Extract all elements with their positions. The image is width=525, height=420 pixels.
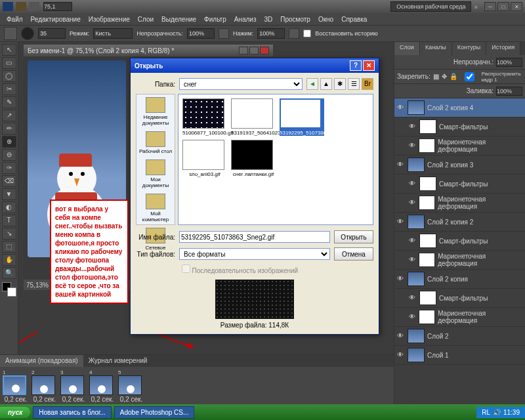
- layer-row[interactable]: 👁Слой 2 копия 2: [394, 213, 525, 232]
- lock-position-icon[interactable]: ✥: [442, 73, 447, 80]
- open-button[interactable]: Открыть: [334, 230, 373, 243]
- layers-list[interactable]: 👁Слой 2 копия 4👁Смарт-фильтры👁Марионеточ…: [394, 98, 525, 404]
- minimize-icon[interactable]: ─: [484, 2, 496, 11]
- anim-frame[interactable]: 20,2 сек.: [32, 369, 58, 403]
- panel-tab[interactable]: История: [486, 42, 520, 55]
- tool-17[interactable]: 🔍: [2, 267, 16, 279]
- spread-checkbox[interactable]: [460, 72, 479, 81]
- view-menu-icon[interactable]: ☰: [348, 78, 360, 90]
- visibility-icon[interactable]: 👁: [397, 351, 405, 359]
- file-thumb[interactable]: снег лаптанки.gif: [231, 140, 276, 177]
- fill-field[interactable]: [496, 87, 522, 96]
- frame-delay[interactable]: 0,2 сек.: [89, 396, 116, 403]
- menu-Просмотр[interactable]: Просмотр: [276, 16, 314, 23]
- anim-frame[interactable]: 10,2 сек.: [3, 369, 29, 403]
- file-thumb[interactable]: sno_ani03.gif: [182, 140, 227, 177]
- clock[interactable]: 11:39: [503, 409, 520, 416]
- layer-row[interactable]: 👁Смарт-фильтры: [394, 117, 525, 136]
- lock-pixels-icon[interactable]: ▦: [433, 73, 439, 80]
- close-icon[interactable]: ✕: [511, 2, 522, 11]
- menu-Изображение[interactable]: Изображение: [85, 16, 134, 23]
- pressure-icon[interactable]: [219, 28, 229, 39]
- tool-7[interactable]: ⊕: [2, 136, 16, 148]
- tool-10[interactable]: ⌫: [2, 175, 16, 187]
- layer-opacity-field[interactable]: [496, 58, 522, 67]
- visibility-icon[interactable]: 👁: [409, 237, 417, 245]
- tool-4[interactable]: ✎: [2, 96, 16, 108]
- start-button[interactable]: пуск: [0, 407, 30, 418]
- brush-preset-icon[interactable]: [21, 27, 34, 40]
- airbrush-icon[interactable]: [289, 28, 299, 39]
- doc-maximize-icon[interactable]: [249, 47, 259, 54]
- tool-13[interactable]: T: [2, 215, 16, 226]
- folder-select[interactable]: снег: [179, 78, 303, 90]
- layer-row[interactable]: 👁Смарт-фильтры: [394, 289, 525, 308]
- menu-3D[interactable]: 3D: [260, 16, 276, 23]
- menu-Редактирование[interactable]: Редактирование: [27, 16, 85, 23]
- filetype-select[interactable]: Все форматы: [179, 248, 330, 260]
- layer-row[interactable]: 👁Слой 2 копия 3: [394, 156, 525, 175]
- new-folder-icon[interactable]: ✱: [334, 78, 346, 90]
- layer-row[interactable]: 👁Смарт-фильтры: [394, 175, 525, 194]
- zoom-field[interactable]: [43, 2, 72, 11]
- tool-5[interactable]: ↗: [2, 110, 16, 121]
- visibility-icon[interactable]: 👁: [409, 123, 417, 131]
- place-item[interactable]: Мои документы: [138, 159, 173, 188]
- layer-row[interactable]: 👁Смарт-фильтры: [394, 232, 525, 251]
- anim-tab[interactable]: Анимация (покадровая): [0, 355, 83, 367]
- layer-row[interactable]: 👁Слой 1: [394, 346, 525, 365]
- file-thumb[interactable]: 53191937_50641023_...: [231, 98, 276, 136]
- place-item[interactable]: Недавние документы: [138, 97, 173, 126]
- layer-row[interactable]: 👁Слой 2 копия 4: [394, 98, 525, 117]
- anim-frame[interactable]: 40,2 сек.: [89, 369, 116, 403]
- visibility-icon[interactable]: 👁: [409, 294, 417, 302]
- visibility-icon[interactable]: 👁: [409, 256, 416, 264]
- file-list[interactable]: 51006877_100100.gif53191937_50641023_...…: [178, 94, 373, 225]
- lang-indicator[interactable]: RL: [482, 409, 490, 416]
- history-checkbox[interactable]: [303, 30, 311, 37]
- doc-minimize-icon[interactable]: [239, 47, 248, 54]
- system-tray[interactable]: RL 🔊 11:39: [476, 407, 525, 418]
- menu-Окно[interactable]: Окно: [314, 16, 337, 23]
- panel-tab[interactable]: Слои: [394, 42, 420, 55]
- frame-delay[interactable]: 0,2 сек.: [32, 396, 58, 403]
- help-icon[interactable]: ?: [350, 60, 362, 71]
- layer-row[interactable]: 👁Марионеточная деформация: [394, 308, 525, 327]
- tray-icon[interactable]: 🔊: [493, 409, 501, 416]
- task-button[interactable]: Adobe Photoshop CS...: [114, 406, 195, 419]
- flow-field[interactable]: [257, 28, 285, 39]
- visibility-icon[interactable]: 👁: [409, 180, 417, 188]
- visibility-icon[interactable]: 👁: [397, 332, 405, 340]
- tool-2[interactable]: ◯: [2, 70, 16, 82]
- view-icon[interactable]: [29, 2, 39, 11]
- visibility-icon[interactable]: 👁: [397, 218, 405, 226]
- layer-row[interactable]: 👁Слой 2 копия: [394, 270, 525, 289]
- canvas-area[interactable]: Без имени-1 @ 75,1% (Слой 2 копия 4, RGB…: [18, 42, 394, 404]
- document-titlebar[interactable]: Без имени-1 @ 75,1% (Слой 2 копия 4, RGB…: [24, 45, 273, 56]
- anim-tab[interactable]: Журнал измерений: [83, 355, 153, 367]
- lock-all-icon[interactable]: 🔒: [450, 73, 457, 80]
- file-thumb[interactable]: 53192295_51073863_Sneg2.gif: [280, 98, 324, 136]
- dialog-titlebar[interactable]: Открыть ? ✕: [131, 58, 379, 73]
- place-item[interactable]: Рабочий стол: [139, 131, 172, 154]
- layer-row[interactable]: 👁Марионеточная деформация: [394, 136, 525, 156]
- menu-Анализ[interactable]: Анализ: [230, 16, 261, 23]
- tool-15[interactable]: ⬚: [2, 241, 16, 253]
- doc-close-icon[interactable]: [260, 47, 269, 54]
- frame-delay[interactable]: 0,2 сек.: [118, 396, 144, 403]
- up-icon[interactable]: ▲: [320, 78, 332, 90]
- panel-tab[interactable]: Каналы: [420, 42, 452, 55]
- menu-Справка[interactable]: Справка: [337, 16, 371, 23]
- task-button[interactable]: Новая запись в блог...: [33, 406, 112, 419]
- tool-16[interactable]: ✋: [2, 254, 16, 266]
- visibility-icon[interactable]: 👁: [397, 275, 405, 283]
- panel-tab[interactable]: Контуры: [452, 42, 486, 55]
- bridge-icon[interactable]: [16, 2, 26, 11]
- menu-Слои[interactable]: Слои: [134, 16, 158, 23]
- bridge-dlg-icon[interactable]: Br: [362, 78, 373, 90]
- tool-14[interactable]: ↘: [2, 228, 16, 240]
- tool-1[interactable]: ▭: [2, 57, 16, 69]
- layer-row[interactable]: 👁Слой 2: [394, 327, 525, 346]
- mode-select[interactable]: [93, 28, 133, 39]
- tool-9[interactable]: ✑: [2, 162, 16, 174]
